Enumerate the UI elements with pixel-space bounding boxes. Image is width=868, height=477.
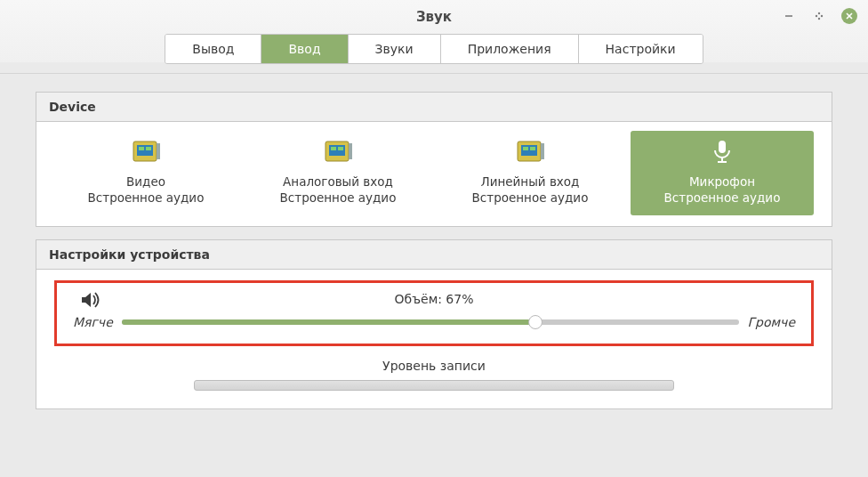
- volume-slider-row: Мягче Громче: [73, 315, 795, 329]
- window-controls: [781, 8, 857, 24]
- volume-label-row: Объём: 67%: [73, 292, 795, 306]
- svg-point-2: [821, 15, 823, 17]
- tab-bar: ВыводВводЗвукиПриложенияНастройки: [0, 34, 868, 73]
- device-item-0[interactable]: ВидеоВстроенное аудио: [54, 131, 237, 215]
- svg-point-4: [818, 18, 820, 20]
- minimize-icon[interactable]: [781, 8, 797, 24]
- device-name: Линейный вход: [444, 174, 616, 190]
- device-subtitle: Встроенное аудио: [252, 190, 424, 206]
- tab-2[interactable]: Звуки: [349, 35, 441, 63]
- svg-point-3: [818, 12, 820, 14]
- svg-rect-16: [349, 143, 352, 159]
- device-settings-section: Настройки устройства Объём: 67% Мягче: [36, 239, 832, 409]
- speaker-icon: [82, 292, 101, 311]
- tab-3[interactable]: Приложения: [441, 35, 579, 63]
- audio-card-icon: [514, 138, 546, 168]
- volume-label: Объём: 67%: [394, 292, 473, 306]
- close-icon[interactable]: [841, 8, 857, 24]
- microphone-icon: [709, 138, 735, 168]
- device-name: Микрофон: [636, 174, 808, 190]
- titlebar: Звук: [0, 0, 868, 34]
- volume-louder-label: Громче: [748, 315, 795, 329]
- volume-slider[interactable]: [122, 315, 739, 329]
- tab-4[interactable]: Настройки: [579, 35, 703, 63]
- device-subtitle: Встроенное аудио: [636, 190, 808, 206]
- svg-rect-9: [139, 147, 144, 150]
- device-item-2[interactable]: Линейный входВстроенное аудио: [438, 131, 622, 215]
- settings-body: Объём: 67% Мягче Громче Уровень записи: [36, 270, 832, 408]
- volume-softer-label: Мягче: [73, 315, 113, 329]
- device-name: Аналоговый вход: [252, 174, 424, 190]
- svg-rect-10: [146, 147, 151, 150]
- device-item-3[interactable]: МикрофонВстроенное аудио: [631, 131, 814, 215]
- device-name: Видео: [60, 174, 232, 190]
- svg-rect-20: [530, 147, 535, 150]
- volume-highlight-box: Объём: 67% Мягче Громче: [54, 280, 814, 346]
- svg-point-1: [816, 15, 817, 17]
- svg-rect-11: [157, 143, 160, 159]
- device-section: Device ВидеоВстроенное аудиоАналоговый в…: [36, 92, 832, 227]
- maximize-icon[interactable]: [811, 8, 827, 24]
- slider-thumb[interactable]: [528, 315, 542, 329]
- sound-settings-window: Звук ВыводВводЗвукиПриложенияНастройки D…: [0, 0, 868, 477]
- device-subtitle: Встроенное аудио: [60, 190, 232, 206]
- svg-rect-15: [338, 147, 343, 150]
- tab-0[interactable]: Вывод: [165, 35, 261, 63]
- record-level-meter: [194, 380, 674, 391]
- slider-fill: [122, 319, 535, 325]
- svg-rect-14: [331, 147, 336, 150]
- record-level-area: Уровень записи: [54, 359, 814, 391]
- device-item-1[interactable]: Аналоговый входВстроенное аудио: [246, 131, 430, 215]
- record-level-label: Уровень записи: [54, 359, 814, 373]
- svg-rect-22: [719, 141, 726, 153]
- audio-card-icon: [130, 138, 162, 168]
- svg-rect-21: [541, 143, 544, 159]
- svg-rect-19: [523, 147, 528, 150]
- device-section-header: Device: [36, 93, 832, 122]
- device-subtitle: Встроенное аудио: [444, 190, 616, 206]
- device-settings-header: Настройки устройства: [36, 240, 832, 270]
- audio-card-icon: [322, 138, 354, 168]
- tab-1[interactable]: Ввод: [261, 35, 348, 63]
- window-title: Звук: [416, 9, 452, 25]
- content-area: Device ВидеоВстроенное аудиоАналоговый в…: [0, 73, 868, 477]
- svg-marker-25: [82, 293, 91, 307]
